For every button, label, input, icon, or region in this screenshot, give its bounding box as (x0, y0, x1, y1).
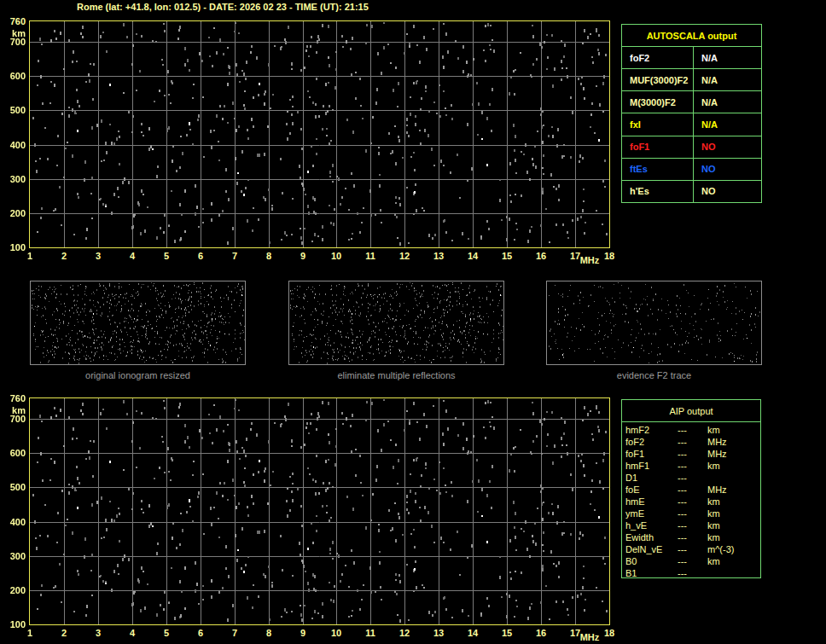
param-label: fxI (622, 113, 694, 135)
y-tick-label: 760 (0, 16, 26, 26)
x-tick-label: 4 (122, 628, 143, 638)
y-tick-label: 500 (0, 482, 26, 492)
panel-evidence-f2-trace (546, 281, 762, 365)
param-value: --- (678, 567, 707, 579)
x-tick-label: 10 (326, 628, 346, 638)
param-label: B1 (625, 567, 678, 579)
param-value: --- (678, 543, 707, 555)
param-value: --- (678, 472, 707, 484)
x-tick-label: 2 (54, 628, 74, 638)
table-row: D1--- (622, 472, 760, 484)
y-tick-label: 300 (0, 174, 26, 184)
panel-canvas-eliminate-reflections (289, 281, 503, 364)
table-row: foF1---MHz (622, 448, 760, 460)
param-label: h'Es (622, 181, 694, 202)
autoscala-table-rows: foF2N/AMUF(3000)F2N/AM(3000)F2N/AfxIN/Af… (622, 47, 761, 202)
page-title: Rome (lat: +41.8, lon: 012.5) - DATE: 20… (77, 2, 369, 12)
x-tick-label: 9 (293, 628, 313, 638)
x-tick-label: 12 (394, 628, 415, 638)
x-tick-label: 4 (122, 251, 143, 261)
param-label: Ewidth (625, 531, 678, 543)
param-label: M(3000)F2 (622, 91, 694, 113)
param-value: --- (678, 531, 707, 543)
x-tick-label: 14 (462, 628, 483, 638)
param-unit: km (707, 519, 760, 531)
y-tick-label: 200 (0, 585, 26, 595)
autoscala-screen: Rome (lat: +41.8, lon: 012.5) - DATE: 20… (0, 0, 826, 644)
x-tick-label: 3 (88, 251, 108, 261)
autoscala-table-header: AUTOSCALA output (622, 25, 761, 47)
param-value: N/A (694, 113, 761, 135)
param-unit: km (707, 424, 760, 436)
x-tick-label: 7 (224, 628, 245, 638)
y-tick-label: 600 (0, 71, 26, 81)
param-value: --- (678, 496, 707, 508)
x-tick-label: 16 (531, 251, 551, 261)
param-unit: MHz (707, 436, 760, 448)
table-row: foF1NO (622, 136, 761, 159)
table-row: DelN_vE---m^(-3) (622, 543, 760, 555)
x-tick-label: 1 (20, 628, 40, 638)
table-row: MUF(3000)F2N/A (622, 69, 761, 91)
table-row: ftEsNO (622, 159, 761, 181)
param-label: foE (625, 484, 678, 496)
x-tick-label: 3 (88, 628, 108, 638)
param-unit (707, 567, 760, 579)
x-tick-label: 12 (394, 251, 415, 261)
x-tick-label: 11 (360, 251, 381, 261)
param-value: --- (678, 555, 707, 567)
param-label: hmE (625, 496, 678, 508)
param-label: DelN_vE (625, 543, 678, 555)
y-tick-label: 200 (0, 208, 26, 218)
panel-original-ionogram (30, 281, 246, 365)
x-tick-label: 1 (20, 251, 40, 261)
panel-caption-eliminate-reflections: eliminate multiple reflections (288, 370, 504, 380)
param-value: --- (678, 448, 707, 460)
x-tick-label: 15 (497, 251, 517, 261)
x-tick-label: 15 (497, 628, 517, 638)
ionogram-canvas-top (30, 21, 609, 247)
param-value: --- (678, 460, 707, 472)
param-unit (707, 472, 760, 484)
table-row: Ewidth---km (622, 531, 760, 543)
param-label: ftEs (622, 159, 694, 180)
table-row: B1--- (622, 567, 760, 579)
table-row: foE---MHz (622, 484, 760, 496)
param-value: --- (678, 436, 707, 448)
param-value: --- (678, 519, 707, 531)
autoscala-output-table: AUTOSCALA output foF2N/AMUF(3000)F2N/AM(… (621, 24, 762, 203)
panel-caption-evidence-f2-trace: evidence F2 trace (546, 370, 762, 380)
param-label: hmF2 (625, 424, 678, 436)
y-tick-label: 400 (0, 517, 26, 527)
param-unit: MHz (707, 448, 760, 460)
param-value: --- (678, 424, 707, 436)
table-row: hmE---km (622, 496, 760, 508)
param-value: NO (694, 136, 761, 158)
x-tick-label: 10 (326, 251, 346, 261)
x-tick-label: 2 (54, 251, 74, 261)
y-tick-label: 400 (0, 140, 26, 150)
param-unit: km (707, 508, 760, 519)
panel-caption-original-ionogram: original ionogram resized (30, 370, 246, 380)
x-tick-label: 13 (428, 251, 449, 261)
x-tick-label: 6 (190, 628, 211, 638)
x-tick-label: 8 (259, 251, 279, 261)
param-unit: km (707, 496, 760, 508)
param-unit: km (707, 555, 760, 567)
param-unit: km (707, 460, 760, 472)
x-tick-label: 7 (224, 251, 245, 261)
ionogram-canvas-bottom (30, 398, 609, 624)
x-tick-label: 14 (462, 251, 483, 261)
x-tick-label: 5 (156, 628, 177, 638)
x-tick-label: 16 (531, 628, 551, 638)
param-unit: km (707, 531, 760, 543)
param-label: MUF(3000)F2 (622, 69, 694, 90)
y-tick-label: 500 (0, 105, 26, 115)
x-tick-label: 11 (360, 628, 381, 638)
aip-output-table: AIP output hmF2---kmfoF2---MHzfoF1---MHz… (621, 399, 761, 578)
param-label: B0 (625, 555, 678, 567)
param-value: N/A (694, 69, 761, 90)
x-tick-label: 9 (293, 251, 313, 261)
ionogram-plot-bottom (29, 397, 610, 625)
table-row: foF2---MHz (622, 436, 760, 448)
